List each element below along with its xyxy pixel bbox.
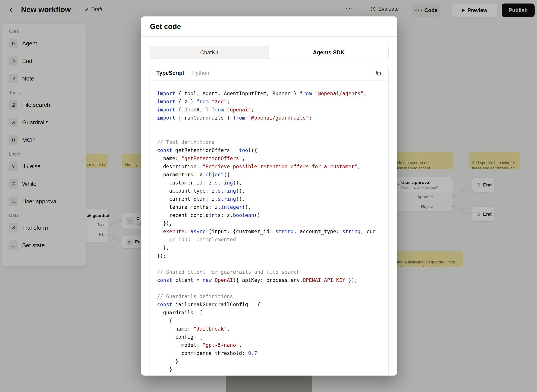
code-line: account_type: z.string(), <box>157 187 388 195</box>
code-line <box>157 260 388 268</box>
code-line <box>157 130 388 138</box>
tab-agents-sdk[interactable]: Agents SDK <box>269 46 389 59</box>
code-line: name: "Jailbreak", <box>157 325 388 333</box>
code-line: { <box>157 317 388 325</box>
code-line: } <box>157 365 388 373</box>
code-line: parameters: z.object({ <box>157 171 388 179</box>
tab-chatkit[interactable]: ChatKit <box>149 46 269 59</box>
code-line <box>157 122 388 130</box>
language-python[interactable]: Python <box>192 70 209 76</box>
language-switcher: TypeScriptPython <box>156 70 217 76</box>
code-content: import { tool, Agent, AgentInputItem, Ru… <box>150 81 388 373</box>
code-line: const client = new OpenAI({ apiKey: proc… <box>157 276 388 284</box>
code-line: const getRetentionOffers = tool({ <box>157 146 388 154</box>
code-line: confidence_threshold: 0.7 <box>157 349 388 357</box>
language-typescript[interactable]: TypeScript <box>156 70 184 76</box>
code-line: recent_complaints: z.boolean() <box>157 211 388 219</box>
modal-header: Get code <box>141 16 397 37</box>
code-line: config: { <box>157 333 388 341</box>
code-line: tenure_months: z.integer(), <box>157 203 388 211</box>
code-line: import { runGuardrails } from "@openai/g… <box>157 114 388 122</box>
code-line: import { tool, Agent, AgentInputItem, Ru… <box>157 89 388 98</box>
code-line: model: "gpt-5-nano", <box>157 341 388 349</box>
code-line: // Tool definitions <box>157 138 388 146</box>
code-line: // Guardrails definitions <box>157 292 388 301</box>
modal-body: ChatKitAgents SDK TypeScriptPython impor… <box>141 37 397 376</box>
code-line: execute: async (input: {customer_id: str… <box>157 228 388 236</box>
code-line <box>157 284 388 292</box>
code-line: name: "getRetentionOffers", <box>157 154 388 163</box>
code-line: current_plan: z.string(), <box>157 195 388 203</box>
code-line: }), <box>157 219 388 228</box>
modal-tabs: ChatKitAgents SDK <box>149 46 389 59</box>
code-line: } <box>157 357 388 365</box>
code-line: import { z } from "zod"; <box>157 98 388 106</box>
code-line: guardrails: [ <box>157 309 388 317</box>
code-line: // Shared client for guardrails and file… <box>157 268 388 276</box>
copy-icon <box>375 70 382 76</box>
get-code-modal: Get code ChatKitAgents SDK TypeScriptPyt… <box>141 16 397 376</box>
code-line: customer_id: z.string(), <box>157 179 388 187</box>
copy-code-button[interactable] <box>375 70 382 76</box>
code-card-header: TypeScriptPython <box>150 65 388 81</box>
code-line: // TODO: Unimplemented <box>157 236 388 244</box>
code-line: }, <box>157 244 388 252</box>
code-line: description: "Retrieve possible retentio… <box>157 163 388 171</box>
code-card: TypeScriptPython import { tool, Agent, A… <box>149 65 389 376</box>
code-line: const jailbreakGuardrailConfig = { <box>157 301 388 309</box>
modal-title: Get code <box>150 22 181 31</box>
code-line: }); <box>157 252 388 260</box>
code-line: import { OpenAI } from "openai"; <box>157 106 388 114</box>
